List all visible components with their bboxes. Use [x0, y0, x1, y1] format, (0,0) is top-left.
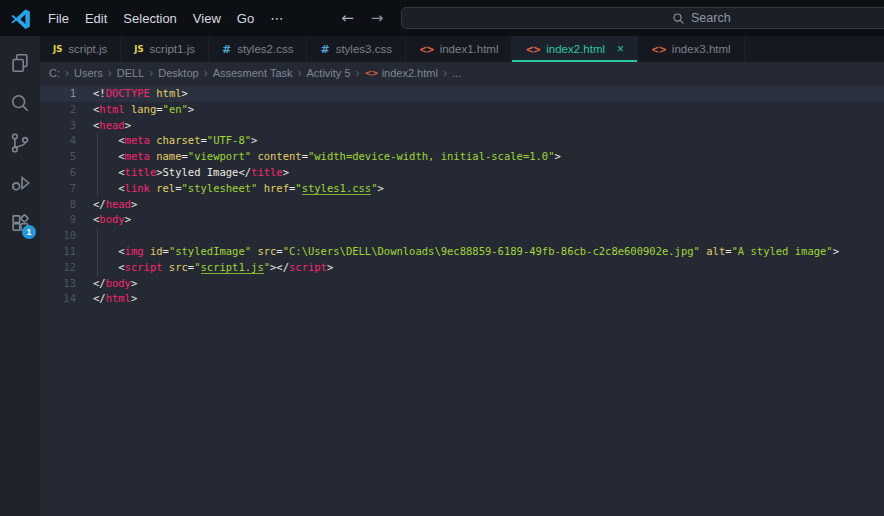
code-line-text: <script src="script1.js"></script>: [93, 260, 333, 276]
code-line[interactable]: 5 <meta name="viewport" content="width=d…: [40, 149, 884, 165]
code-token: alt: [700, 245, 725, 257]
code-token: styles1.css: [302, 182, 372, 195]
tab-index3.html[interactable]: <>index3.html: [638, 36, 745, 62]
code-token: >: [125, 213, 131, 225]
code-token: >: [833, 245, 839, 257]
extensions-badge: 1: [22, 225, 36, 239]
code-line[interactable]: 2<html lang="en">: [40, 102, 884, 118]
code-line-text: <body>: [93, 212, 131, 228]
code-token: >: [125, 119, 131, 131]
code-token: "en": [163, 103, 188, 115]
tab-label: script.js: [68, 43, 107, 55]
breadcrumb-item[interactable]: Users: [74, 67, 103, 79]
code-line[interactable]: 7 <link rel="stylesheet" href="styles1.c…: [40, 181, 884, 197]
menu-item-edit[interactable]: Edit: [77, 11, 115, 26]
breadcrumb-item[interactable]: <>index2.html: [365, 67, 438, 79]
sidebar-item-run-debug[interactable]: [0, 163, 40, 203]
code-line[interactable]: 3<head>: [40, 118, 884, 134]
tab-index1.html[interactable]: <>index1.html: [406, 36, 513, 62]
code-token: "width=device-width, initial-scale=1.0": [308, 150, 555, 162]
code-token: src: [163, 261, 188, 273]
code-token: body: [106, 277, 131, 289]
code-token: >: [283, 166, 289, 178]
line-number: 11: [40, 244, 76, 260]
search-box[interactable]: Search: [401, 7, 884, 29]
tab-bar: JSscript.jsJSscript1.js#styles2.css#styl…: [40, 36, 884, 62]
code-token: script: [125, 261, 163, 273]
breadcrumb-label: Activity 5: [307, 67, 351, 79]
code-line[interactable]: 13</body>: [40, 276, 884, 292]
code-line[interactable]: 4 <meta charset="UTF-8">: [40, 133, 884, 149]
sidebar-item-search[interactable]: [0, 83, 40, 123]
search-placeholder: Search: [691, 11, 731, 25]
tab-styles3.css[interactable]: #styles3.css: [307, 36, 405, 62]
tab-script.js[interactable]: JSscript.js: [40, 36, 121, 62]
code-token: ></: [270, 261, 289, 273]
breadcrumb-label: Assesment Task: [213, 67, 293, 79]
tab-label: script1.js: [150, 43, 195, 55]
code-line[interactable]: 8</head>: [40, 197, 884, 213]
sidebar-item-extensions[interactable]: 1: [0, 203, 40, 243]
menu-item-selection[interactable]: Selection: [115, 11, 184, 26]
files-icon: [9, 52, 31, 74]
nav-arrows: ← →: [341, 9, 383, 27]
line-number: 7: [40, 181, 76, 197]
menu-item-view[interactable]: View: [185, 11, 229, 26]
code-token: DOCTYPE: [106, 87, 150, 99]
code-line-text: <img id="styledImage" src="C:\Users\DELL…: [93, 244, 839, 260]
code-token: <: [93, 182, 125, 194]
menu-item-go[interactable]: Go: [229, 11, 262, 26]
debug-play-icon: [9, 172, 31, 194]
menu-item-file[interactable]: File: [40, 11, 77, 26]
tab-index2.html[interactable]: <>index2.html×: [512, 36, 638, 62]
js-file-icon: JS: [53, 44, 62, 54]
line-number: 12: [40, 260, 76, 276]
line-number: 3: [40, 118, 76, 134]
editor-column: JSscript.jsJSscript1.js#styles2.css#styl…: [40, 36, 884, 516]
code-editor[interactable]: 1<!DOCTYPE html>2<html lang="en">3<head>…: [40, 84, 884, 516]
line-number: 10: [40, 228, 76, 244]
breadcrumb-item[interactable]: C:: [49, 67, 60, 79]
vscode-window: FileEditSelectionViewGo⋯ ← → Search: [0, 0, 884, 516]
breadcrumb-item[interactable]: DELL: [117, 67, 145, 79]
code-token: >: [251, 134, 257, 146]
close-icon[interactable]: ×: [617, 42, 624, 56]
code-token: "styledImage": [169, 245, 251, 257]
sidebar-item-explorer[interactable]: [0, 43, 40, 83]
code-line[interactable]: 9<body>: [40, 212, 884, 228]
code-token: "UTF-8": [207, 134, 251, 146]
main-area: 1 JSscript.jsJSscript1.js#styles2.css#st…: [0, 36, 884, 516]
breadcrumb-item[interactable]: Desktop: [158, 67, 198, 79]
code-token: "A styled image": [732, 245, 833, 257]
breadcrumb-item[interactable]: Activity 5: [307, 67, 351, 79]
code-token: title: [125, 166, 157, 178]
html-file-icon: <>: [651, 44, 666, 55]
menu-item-⋯[interactable]: ⋯: [262, 11, 291, 26]
code-line[interactable]: 6 <title>Styled Image</title>: [40, 165, 884, 181]
breadcrumb-item[interactable]: ...: [452, 67, 461, 79]
code-token: charset: [150, 134, 201, 146]
code-line[interactable]: 1<!DOCTYPE html>: [40, 86, 884, 102]
code-line[interactable]: 10: [40, 228, 884, 244]
back-button[interactable]: ←: [341, 9, 354, 27]
tab-styles2.css[interactable]: #styles2.css: [209, 36, 307, 62]
code-line[interactable]: 11 <img id="styledImage" src="C:\Users\D…: [40, 244, 884, 260]
chevron-right-icon: ›: [108, 66, 112, 80]
search-icon: [672, 12, 685, 25]
tab-label: index1.html: [440, 43, 499, 55]
code-token: <: [93, 150, 125, 162]
code-token: </: [93, 277, 106, 289]
forward-button[interactable]: →: [371, 9, 384, 27]
code-token: src: [251, 245, 276, 257]
code-token: href: [257, 182, 289, 194]
code-line[interactable]: 12 <script src="script1.js"></script>: [40, 260, 884, 276]
menu-bar: FileEditSelectionViewGo⋯: [40, 11, 291, 26]
code-line[interactable]: 14</html>: [40, 291, 884, 307]
tab-script1.js[interactable]: JSscript1.js: [121, 36, 209, 62]
sidebar-item-source-control[interactable]: [0, 123, 40, 163]
vscode-logo-icon: [10, 8, 31, 29]
breadcrumb-item[interactable]: Assesment Task: [213, 67, 293, 79]
code-token: id: [144, 245, 163, 257]
html-file-icon: <>: [525, 44, 540, 55]
code-line-text: </head>: [93, 197, 137, 213]
